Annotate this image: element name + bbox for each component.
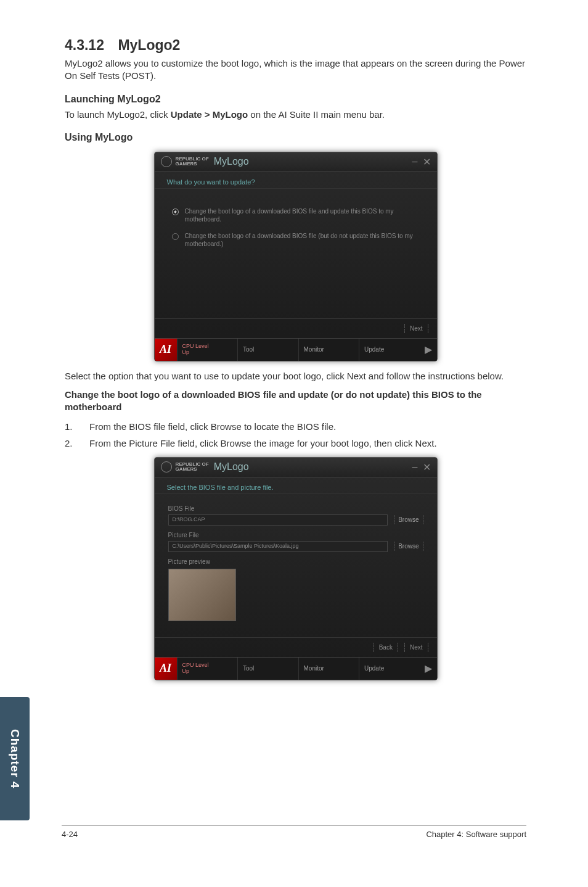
radio-icon[interactable]: [172, 208, 179, 215]
footer-monitor[interactable]: Monitor: [304, 665, 324, 672]
ai-suite-icon[interactable]: AI: [155, 658, 177, 680]
footer-tool[interactable]: Tool: [243, 346, 254, 353]
step-1-text: From the BIOS file field, click Browse t…: [89, 421, 336, 432]
back-button[interactable]: Back: [374, 643, 398, 652]
step-2-text: From the Picture File field, click Brows…: [89, 438, 437, 448]
mid-paragraph: Select the option that you want to use t…: [65, 370, 526, 382]
app-subtitle: What do you want to update?: [155, 172, 437, 189]
close-icon[interactable]: ✕: [423, 156, 431, 168]
ai-suite-icon[interactable]: AI: [155, 339, 177, 361]
browse-button[interactable]: Browse: [394, 542, 423, 551]
cpu-level-up: Up: [182, 349, 190, 355]
chevron-right-icon[interactable]: ▶: [420, 662, 437, 674]
launching-text-before: To launch MyLogo2, click: [65, 109, 171, 120]
radio-label-2: Change the boot logo of a downloaded BIO…: [185, 232, 420, 248]
screenshot-2: REPUBLIC OF GAMERS MyLogo – ✕ Select the…: [154, 457, 438, 680]
section-title: MyLogo2: [118, 37, 180, 54]
step-2: 2. From the Picture File field, click Br…: [65, 438, 526, 448]
change-heading: Change the boot logo of a downloaded BIO…: [65, 389, 526, 414]
launching-text-bold: Update > MyLogo: [171, 109, 248, 120]
chevron-right-icon[interactable]: ▶: [420, 344, 437, 355]
cpu-level-label: CPU Level: [182, 662, 209, 668]
screenshot-1: REPUBLIC OF GAMERS MyLogo – ✕ What do yo…: [154, 152, 438, 361]
preview-label: Picture preview: [168, 558, 423, 565]
page-footer-title: Chapter 4: Software support: [426, 830, 526, 839]
radio-option-1[interactable]: Change the boot logo of a downloaded BIO…: [172, 207, 420, 223]
launching-text-after: on the AI Suite II main menu bar.: [248, 109, 385, 120]
minimize-icon[interactable]: –: [412, 461, 418, 473]
app-name: MyLogo: [214, 461, 249, 472]
footer-update[interactable]: Update: [364, 346, 384, 353]
footer-update[interactable]: Update: [364, 665, 384, 672]
bios-file-label: BIOS File: [168, 505, 423, 512]
cpu-level-label: CPU Level: [182, 343, 209, 349]
footer-monitor[interactable]: Monitor: [304, 346, 324, 353]
picture-file-input[interactable]: C:\Users\Public\Pictures\Sample Pictures…: [168, 541, 388, 552]
next-button[interactable]: Next: [404, 324, 428, 333]
radio-label-1: Change the boot logo of a downloaded BIO…: [185, 207, 420, 223]
cpu-level-up: Up: [182, 668, 190, 674]
step-1: 1. From the BIOS file field, click Brows…: [65, 421, 526, 432]
browse-button[interactable]: Browse: [394, 515, 423, 524]
app-brand: REPUBLIC OF GAMERS: [176, 157, 209, 167]
close-icon[interactable]: ✕: [423, 461, 431, 473]
radio-icon[interactable]: [172, 233, 179, 240]
launching-heading: Launching MyLogo2: [65, 94, 526, 105]
app-brand: REPUBLIC OF GAMERS: [176, 462, 209, 472]
app-subtitle: Select the BIOS file and picture file.: [155, 477, 437, 494]
page-number: 4-24: [62, 830, 78, 839]
picture-preview: [168, 569, 236, 621]
radio-option-2[interactable]: Change the boot logo of a downloaded BIO…: [172, 232, 420, 248]
minimize-icon[interactable]: –: [412, 156, 418, 168]
footer-tool[interactable]: Tool: [243, 665, 254, 672]
step-2-num: 2.: [65, 438, 89, 448]
section-intro: MyLogo2 allows you to customize the boot…: [65, 57, 526, 83]
chapter-tab: Chapter 4: [0, 697, 30, 820]
page-footer: 4-24 Chapter 4: Software support: [62, 825, 526, 839]
chapter-tab-text: Chapter 4: [8, 729, 22, 789]
app-logo-icon: [161, 461, 172, 472]
launching-text: To launch MyLogo2, click Update > MyLogo…: [65, 109, 526, 121]
picture-file-label: Picture File: [168, 532, 423, 538]
step-1-num: 1.: [65, 421, 89, 432]
section-number: 4.3.12: [65, 37, 104, 54]
bios-file-input[interactable]: D:\ROG.CAP: [168, 514, 388, 526]
app-name: MyLogo: [214, 156, 249, 167]
app-titlebar: REPUBLIC OF GAMERS MyLogo – ✕: [155, 458, 437, 477]
using-heading: Using MyLogo: [65, 132, 526, 143]
app-logo-icon: [161, 156, 172, 167]
next-button[interactable]: Next: [404, 643, 428, 652]
app-titlebar: REPUBLIC OF GAMERS MyLogo – ✕: [155, 152, 437, 172]
